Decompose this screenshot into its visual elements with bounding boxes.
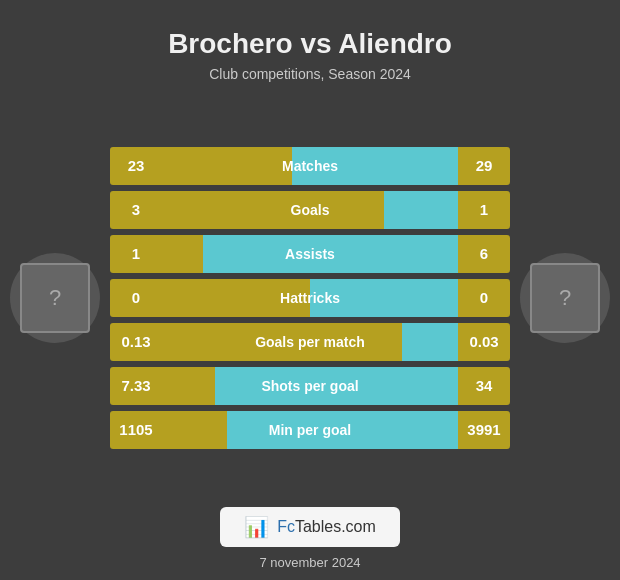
stat-row: 0Hattricks0 [110, 279, 510, 317]
stat-right-value: 6 [458, 245, 510, 262]
stat-row: 1105Min per goal3991 [110, 411, 510, 449]
stat-bar-left [162, 323, 402, 361]
footer-date: 7 november 2024 [259, 555, 360, 570]
stat-left-value: 7.33 [110, 377, 162, 394]
stat-bar-container: Hattricks [162, 279, 458, 317]
stat-left-value: 1 [110, 245, 162, 262]
comparison-area: ? 23Matches293Goals11Assists60Hattricks0… [0, 98, 620, 497]
stat-bar-right [203, 235, 458, 273]
stat-right-value: 34 [458, 377, 510, 394]
stat-right-value: 3991 [458, 421, 510, 438]
main-container: Brochero vs Aliendro Club competitions, … [0, 0, 620, 580]
left-logo-icon: ? [49, 285, 61, 311]
stat-bar-container: Goals per match [162, 323, 458, 361]
stat-bar-left [162, 279, 310, 317]
stat-right-value: 0 [458, 289, 510, 306]
stat-left-value: 0 [110, 289, 162, 306]
stat-bar-right [384, 191, 458, 229]
stat-bar-container: Matches [162, 147, 458, 185]
watermark-brand: FcTables.com [277, 518, 376, 536]
stat-row: 7.33Shots per goal34 [110, 367, 510, 405]
stat-bar-right [227, 411, 458, 449]
right-logo-icon: ? [559, 285, 571, 311]
page-title: Brochero vs Aliendro [0, 18, 620, 64]
stat-bar-container: Goals [162, 191, 458, 229]
stat-bar-left [162, 235, 203, 273]
stat-bar-left [162, 411, 227, 449]
stat-left-value: 0.13 [110, 333, 162, 350]
stat-bar-right [215, 367, 458, 405]
watermark: 📊 FcTables.com [220, 507, 400, 547]
page-subtitle: Club competitions, Season 2024 [209, 66, 411, 82]
stat-row: 3Goals1 [110, 191, 510, 229]
stats-table: 23Matches293Goals11Assists60Hattricks00.… [110, 147, 510, 449]
left-logo-placeholder: ? [20, 263, 90, 333]
right-logo-placeholder: ? [530, 263, 600, 333]
stat-right-value: 1 [458, 201, 510, 218]
watermark-tables: Tables.com [295, 518, 376, 535]
stat-left-value: 1105 [110, 421, 162, 438]
stat-row: 23Matches29 [110, 147, 510, 185]
right-team-logo: ? [520, 253, 610, 343]
stat-left-value: 23 [110, 157, 162, 174]
stat-bar-left [162, 147, 292, 185]
stat-bar-container: Shots per goal [162, 367, 458, 405]
left-team-logo: ? [10, 253, 100, 343]
stat-row: 1Assists6 [110, 235, 510, 273]
stat-right-value: 29 [458, 157, 510, 174]
stat-right-value: 0.03 [458, 333, 510, 350]
stat-bar-left [162, 367, 215, 405]
stat-row: 0.13Goals per match0.03 [110, 323, 510, 361]
stat-bar-right [402, 323, 458, 361]
watermark-icon: 📊 [244, 515, 269, 539]
stat-bar-left [162, 191, 384, 229]
stat-bar-right [292, 147, 458, 185]
stat-left-value: 3 [110, 201, 162, 218]
stat-bar-right [310, 279, 458, 317]
watermark-fc: Fc [277, 518, 295, 535]
stat-bar-container: Assists [162, 235, 458, 273]
stat-bar-container: Min per goal [162, 411, 458, 449]
